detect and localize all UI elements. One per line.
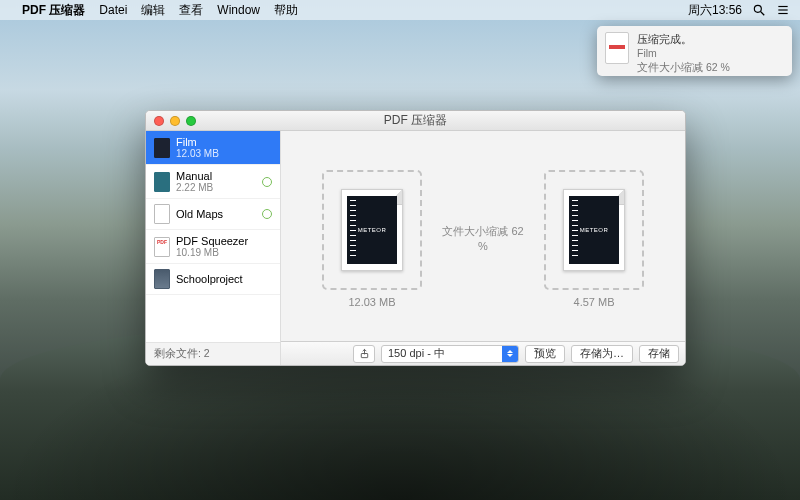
sidebar-footer: 剩余文件: 2 <box>146 342 280 365</box>
preview-area: METEOR 12.03 MB 文件大小缩减 62 % METEOR 4.57 … <box>281 131 685 341</box>
compressed-doc-icon: METEOR <box>563 189 625 271</box>
menu-datei[interactable]: Datei <box>99 3 127 17</box>
save-button[interactable]: 存储 <box>639 345 679 363</box>
original-doc-icon: METEOR <box>341 189 403 271</box>
file-sidebar: Film 12.03 MB Manual 2.22 MB Old Maps <box>146 131 281 365</box>
notification-center-icon[interactable] <box>776 3 790 17</box>
compressed-dropzone[interactable]: METEOR <box>544 170 644 290</box>
file-thumb-icon <box>154 237 170 257</box>
file-item-schoolproject[interactable]: Schoolproject <box>146 264 280 295</box>
reduction-label: 文件大小缩减 62 % <box>440 224 526 255</box>
menubar-clock[interactable]: 周六13:56 <box>688 2 742 19</box>
menu-edit[interactable]: 编辑 <box>141 2 165 19</box>
notification-subtitle: Film <box>637 46 784 60</box>
done-check-icon <box>262 177 272 187</box>
quality-select-value: 150 dpi - 中 <box>382 346 502 361</box>
window-title: PDF 压缩器 <box>146 112 685 129</box>
compressed-size-label: 4.57 MB <box>574 296 615 308</box>
file-name: Old Maps <box>176 208 256 220</box>
menu-view[interactable]: 查看 <box>179 2 203 19</box>
done-check-icon <box>262 209 272 219</box>
file-size: 2.22 MB <box>176 182 256 193</box>
file-name: Schoolproject <box>176 273 272 285</box>
menu-help[interactable]: 帮助 <box>274 2 298 19</box>
file-size: 12.03 MB <box>176 148 272 159</box>
file-name: PDF Squeezer <box>176 235 272 247</box>
share-button[interactable] <box>353 345 375 363</box>
spotlight-icon[interactable] <box>752 3 766 17</box>
file-thumb-icon <box>154 138 170 158</box>
app-menu[interactable]: PDF 压缩器 <box>22 2 85 19</box>
window-close-button[interactable] <box>154 116 164 126</box>
file-name: Film <box>176 136 272 148</box>
app-window: PDF 压缩器 Film 12.03 MB Manual 2.22 MB <box>145 110 686 366</box>
window-fullscreen-button[interactable] <box>186 116 196 126</box>
preview-button[interactable]: 预览 <box>525 345 565 363</box>
chevron-updown-icon <box>502 346 518 362</box>
file-item-manual[interactable]: Manual 2.22 MB <box>146 165 280 199</box>
original-size-label: 12.03 MB <box>348 296 395 308</box>
file-thumb-icon <box>154 204 170 224</box>
window-minimize-button[interactable] <box>170 116 180 126</box>
file-item-film[interactable]: Film 12.03 MB <box>146 131 280 165</box>
bottom-toolbar: 150 dpi - 中 预览 存储为… 存储 <box>281 341 685 365</box>
notification-app-icon <box>605 32 629 64</box>
file-thumb-icon <box>154 269 170 289</box>
file-item-pdf-squeezer[interactable]: PDF Squeezer 10.19 MB <box>146 230 280 264</box>
file-size: 10.19 MB <box>176 247 272 258</box>
file-name: Manual <box>176 170 256 182</box>
window-titlebar[interactable]: PDF 压缩器 <box>146 111 685 131</box>
original-dropzone[interactable]: METEOR <box>322 170 422 290</box>
quality-select[interactable]: 150 dpi - 中 <box>381 345 519 363</box>
notification-title: 压缩完成。 <box>637 32 784 46</box>
notification-banner[interactable]: 压缩完成。 Film 文件大小缩减 62 % <box>597 26 792 76</box>
file-thumb-icon <box>154 172 170 192</box>
menubar: PDF 压缩器 Datei 编辑 查看 Window 帮助 周六13:56 <box>0 0 800 20</box>
menu-window[interactable]: Window <box>217 3 260 17</box>
svg-point-0 <box>754 5 761 12</box>
svg-line-1 <box>761 12 765 16</box>
file-item-old-maps[interactable]: Old Maps <box>146 199 280 230</box>
notification-message: 文件大小缩减 62 % <box>637 60 784 74</box>
save-as-button[interactable]: 存储为… <box>571 345 633 363</box>
